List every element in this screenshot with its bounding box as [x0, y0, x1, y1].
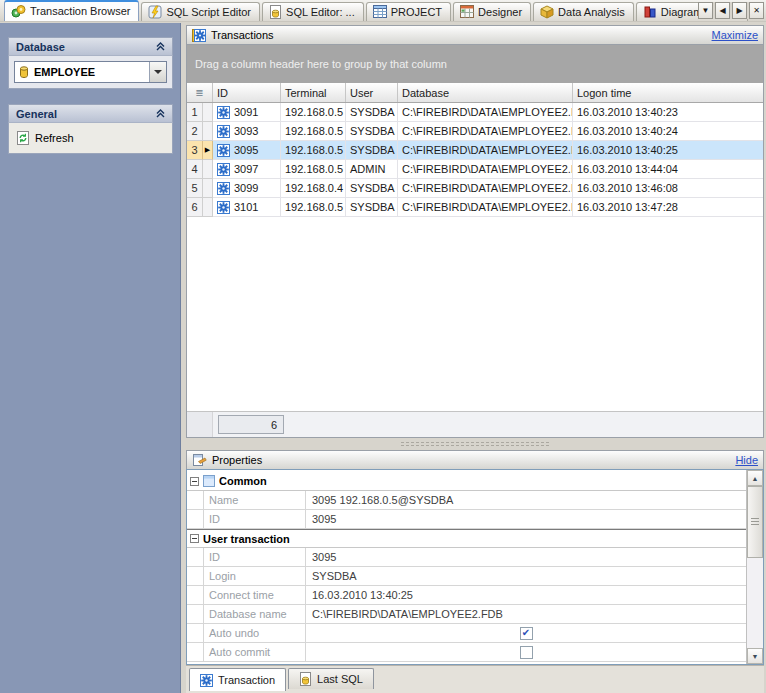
user-cell[interactable]: SYSDBA: [346, 103, 398, 122]
grid-corner-list-icon[interactable]: ≣: [187, 83, 213, 102]
user-cell[interactable]: SYSDBA: [346, 141, 398, 160]
logon-time-cell[interactable]: 16.03.2010 13:44:04: [573, 160, 763, 179]
table-row[interactable]: 1 3091 192.168.0.5 SYSDBA C:\FIREBIRD\DA…: [187, 103, 763, 122]
user-cell[interactable]: SYSDBA: [346, 122, 398, 141]
database-cell[interactable]: C:\FIREBIRD\DATA\EMPLOYEE2.FDB: [398, 103, 573, 122]
document-tab[interactable]: Data Analysis: [533, 2, 634, 21]
database-cell[interactable]: C:\FIREBIRD\DATA\EMPLOYEE2.FDB: [398, 160, 573, 179]
id-cell[interactable]: 3097: [213, 160, 281, 179]
logon-time-cell[interactable]: 16.03.2010 13:47:28: [573, 198, 763, 217]
user-cell[interactable]: ADMIN: [346, 160, 398, 179]
grid-footer: 6: [187, 411, 763, 437]
document-tab[interactable]: SQL Script Editor: [141, 2, 260, 21]
property-value[interactable]: C:\FIREBIRD\DATA\EMPLOYEE2.FDB: [306, 605, 746, 623]
terminal-cell[interactable]: 192.168.0.5: [281, 198, 346, 217]
terminal-cell[interactable]: 192.168.0.5: [281, 141, 346, 160]
collapse-group-button[interactable]: [190, 534, 199, 543]
maximize-link[interactable]: Maximize: [712, 29, 758, 41]
collapse-chevron-icon[interactable]: [156, 42, 165, 51]
collapse-group-button[interactable]: [190, 477, 199, 486]
row-number-cell: 3: [187, 141, 203, 160]
database-cell[interactable]: C:\FIREBIRD\DATA\EMPLOYEE2.FDB: [398, 141, 573, 160]
checked-checkbox[interactable]: ✔: [520, 627, 533, 640]
row-marker-cell: [203, 103, 213, 122]
id-cell[interactable]: 3099: [213, 179, 281, 198]
logon-time-cell[interactable]: 16.03.2010 13:40:24: [573, 122, 763, 141]
properties-tab[interactable]: Transaction: [189, 668, 286, 691]
id-cell[interactable]: 3091: [213, 103, 281, 122]
properties-tab[interactable]: Last SQL: [288, 668, 374, 689]
row-marker-cell: [203, 198, 213, 217]
scroll-tabs-left-button[interactable]: ◀: [715, 2, 730, 19]
table-row[interactable]: 3 ▶ 3095 192.168.0.5 SYSDBA C:\FIREBIRD\…: [187, 141, 763, 160]
table-row[interactable]: 2 3093 192.168.0.5 SYSDBA C:\FIREBIRD\DA…: [187, 122, 763, 141]
user-cell[interactable]: SYSDBA: [346, 179, 398, 198]
database-combobox-dropdown-button[interactable]: [149, 62, 166, 82]
general-section-header[interactable]: General: [8, 104, 173, 123]
close-tab-button[interactable]: ✕: [749, 2, 764, 19]
scroll-up-button[interactable]: ▲: [747, 470, 763, 486]
property-value[interactable]: 16.03.2010 13:40:25: [306, 586, 746, 604]
grid-column-header[interactable]: Terminal: [281, 83, 346, 102]
table-row[interactable]: 5 3099 192.168.0.4 SYSDBA C:\FIREBIRD\DA…: [187, 179, 763, 198]
unchecked-checkbox[interactable]: [520, 646, 533, 659]
terminal-cell[interactable]: 192.168.0.5: [281, 122, 346, 141]
id-cell[interactable]: 3095: [213, 141, 281, 160]
property-value[interactable]: 3095: [306, 548, 746, 566]
row-number-cell: 5: [187, 179, 203, 198]
id-cell[interactable]: 3093: [213, 122, 281, 141]
property-label: Login: [204, 567, 306, 585]
grid-column-header[interactable]: Logon time: [573, 83, 763, 102]
property-value[interactable]: 3095: [306, 510, 746, 528]
logon-time-cell[interactable]: 16.03.2010 13:40:23: [573, 103, 763, 122]
property-row: Auto undo ✔: [187, 624, 746, 643]
sql-script-icon: [148, 5, 162, 19]
transaction-browser-icon: [11, 4, 26, 18]
database-section-header[interactable]: Database: [8, 37, 173, 56]
properties-icon: [192, 453, 207, 467]
tab-list-dropdown-button[interactable]: ▼: [698, 2, 713, 19]
id-cell[interactable]: 3101: [213, 198, 281, 217]
horizontal-splitter[interactable]: [186, 438, 764, 450]
table-row[interactable]: 4 3097 192.168.0.5 ADMIN C:\FIREBIRD\DAT…: [187, 160, 763, 179]
collapse-chevron-icon[interactable]: [156, 109, 165, 118]
logon-time-cell[interactable]: 16.03.2010 13:40:25: [573, 141, 763, 160]
group-by-bar[interactable]: Drag a column header here to group by th…: [186, 45, 764, 83]
terminal-cell[interactable]: 192.168.0.4: [281, 179, 346, 198]
property-value[interactable]: [306, 643, 746, 661]
database-cell[interactable]: C:\FIREBIRD\DATA\EMPLOYEE2.FDB: [398, 122, 573, 141]
properties-grid: Common Name 3095 192.168.0.5@SYSDBA ID 3…: [187, 470, 746, 664]
row-marker-cell: [203, 122, 213, 141]
property-value[interactable]: 3095 192.168.0.5@SYSDBA: [306, 491, 746, 509]
table-row[interactable]: 6 3101 192.168.0.5 SYSDBA C:\FIREBIRD\DA…: [187, 198, 763, 217]
grid-column-header[interactable]: User: [346, 83, 398, 102]
document-tab[interactable]: SQL Editor: ...: [262, 2, 364, 21]
property-row: ID 3095: [187, 510, 746, 529]
property-value[interactable]: SYSDBA: [306, 567, 746, 585]
properties-panel: Common Name 3095 192.168.0.5@SYSDBA ID 3…: [186, 469, 764, 665]
database-combobox[interactable]: EMPLOYEE: [14, 61, 167, 83]
user-cell[interactable]: SYSDBA: [346, 198, 398, 217]
grid-column-header[interactable]: Database: [398, 83, 573, 102]
database-combobox-value: EMPLOYEE: [34, 66, 95, 78]
property-row: Login SYSDBA: [187, 567, 746, 586]
terminal-cell[interactable]: 192.168.0.5: [281, 160, 346, 179]
property-row-gutter: [187, 624, 204, 642]
document-tab[interactable]: PROJECT: [366, 2, 451, 21]
database-cell[interactable]: C:\FIREBIRD\DATA\EMPLOYEE2.FDB: [398, 179, 573, 198]
terminal-cell[interactable]: 192.168.0.5: [281, 103, 346, 122]
hide-link[interactable]: Hide: [735, 454, 758, 466]
scroll-tabs-right-button[interactable]: ▶: [732, 2, 747, 19]
scrollbar-thumb[interactable]: [747, 486, 763, 558]
grid-column-header[interactable]: ID: [213, 83, 281, 102]
scrollbar-track[interactable]: [747, 558, 763, 648]
database-cell[interactable]: C:\FIREBIRD\DATA\EMPLOYEE2.FDB: [398, 198, 573, 217]
property-value[interactable]: ✔: [306, 624, 746, 642]
refresh-action[interactable]: Refresh: [14, 127, 167, 149]
dropdown-arrow-icon: [154, 70, 162, 74]
document-tab[interactable]: Designer: [453, 2, 531, 21]
document-tab[interactable]: Transaction Browser: [4, 0, 139, 21]
scroll-down-button[interactable]: ▼: [747, 648, 763, 664]
logon-time-cell[interactable]: 16.03.2010 13:46:08: [573, 179, 763, 198]
properties-scrollbar: ▲ ▼: [746, 470, 763, 664]
